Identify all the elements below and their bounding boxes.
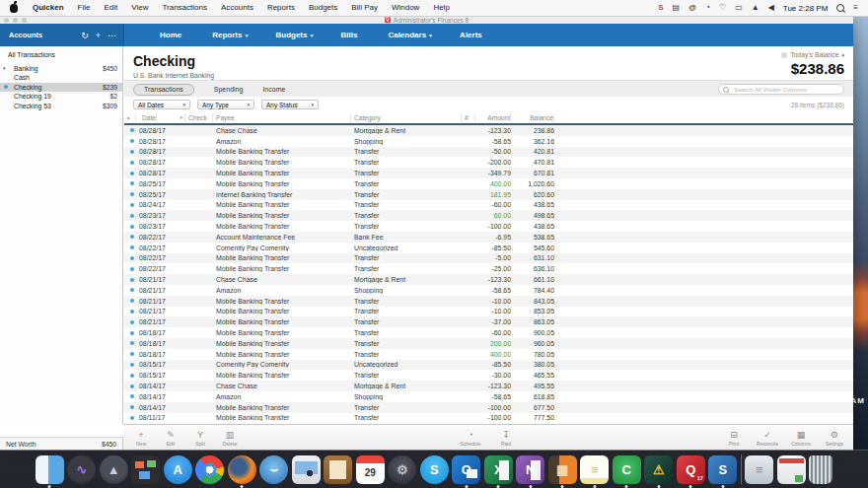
window-status-icon[interactable]: ▤	[672, 0, 680, 16]
mission-control-icon[interactable]	[131, 455, 160, 484]
finder-icon[interactable]	[36, 455, 64, 484]
table-row[interactable]: 08/23/17 Mobile Banking Transfer Transfe…	[124, 221, 853, 232]
disclosure-arrow-icon[interactable]: ▾	[3, 64, 6, 74]
volume-icon[interactable]: ◀	[768, 0, 774, 16]
calendar-icon[interactable]: 29	[356, 455, 385, 484]
table-row[interactable]: 08/14/17 Mobile Banking Transfer Transfe…	[124, 402, 853, 413]
tab-bills[interactable]: Bills	[327, 31, 375, 39]
search-input[interactable]	[732, 85, 839, 94]
date-filter[interactable]: All Dates▾	[133, 100, 190, 109]
split-button[interactable]: YSplit	[187, 430, 213, 447]
menu-view[interactable]: View	[124, 0, 155, 16]
status-s-icon[interactable]: S	[658, 0, 663, 16]
contacts-icon[interactable]	[324, 455, 352, 484]
table-row[interactable]: 08/23/17 Mobile Banking Transfer Transfe…	[124, 210, 853, 221]
new-button[interactable]: +New	[128, 430, 154, 447]
schedule-button[interactable]: ◔Schedule	[458, 430, 483, 447]
table-row[interactable]: 08/14/17 Amazon Shopping -58.65 618.85	[124, 391, 853, 402]
col-attachment[interactable]: #	[462, 113, 475, 122]
col-check[interactable]: Check #	[185, 113, 213, 122]
skype-icon[interactable]: S	[420, 455, 449, 484]
blue-s-app-icon[interactable]: S	[708, 455, 737, 484]
add-account-icon[interactable]: +	[96, 31, 101, 40]
table-row[interactable]: 08/28/17 Mobile Banking Transfer Transfe…	[124, 157, 853, 168]
firefox-icon[interactable]	[228, 455, 256, 484]
health-heart-icon[interactable]: ♡	[719, 0, 726, 16]
table-row[interactable]: 08/21/17 Mobile Banking Transfer Transfe…	[124, 307, 853, 317]
table-row[interactable]: 08/22/17 Mobile Banking Transfer Transfe…	[124, 253, 853, 264]
more-options-icon[interactable]: ⋯	[108, 31, 116, 40]
menu-transactions[interactable]: Transactions	[155, 0, 214, 16]
outlook-icon[interactable]: O	[452, 455, 480, 484]
settings-button[interactable]: ⚙Settings	[822, 430, 847, 447]
app-alert-icon[interactable]: ⚠	[644, 455, 673, 484]
sidebar-item-checking-19[interactable]: Checking 19 $2	[0, 92, 122, 102]
display-icon[interactable]: ▭	[735, 0, 743, 16]
table-row[interactable]: 08/21/17 Amazon Shopping -58.65 784.40	[124, 285, 853, 296]
spreadsheet-file-icon[interactable]	[777, 455, 806, 484]
table-row[interactable]: 08/15/17 Mobile Banking Transfer Transfe…	[124, 370, 853, 381]
tab-reports[interactable]: Reports▾	[198, 31, 261, 39]
table-row[interactable]: 08/15/17 Comenity Pay Comenity Uncategor…	[124, 360, 853, 371]
tab-transactions[interactable]: Transactions	[133, 84, 194, 96]
quicken-dock-icon[interactable]: Q 17	[677, 455, 705, 484]
menu-edit[interactable]: Edit	[97, 0, 124, 16]
table-row[interactable]: 08/28/17 Mobile Banking Transfer Transfe…	[124, 168, 853, 178]
sidebar-item-checking[interactable]: Checking $239	[0, 83, 122, 93]
eject-icon[interactable]: ▲	[752, 0, 760, 16]
launchpad-icon[interactable]: ▲	[100, 455, 128, 484]
col-date[interactable]: Date▾	[136, 113, 185, 122]
columns-button[interactable]: ▦Columns	[788, 430, 814, 447]
search-field[interactable]	[718, 84, 844, 95]
app-store-icon[interactable]: A	[164, 455, 192, 484]
table-row[interactable]: 08/21/17 Chase Chase Mortgage & Rent -12…	[124, 274, 853, 285]
tab-alerts[interactable]: Alerts	[446, 31, 499, 39]
col-balance[interactable]: Balance	[511, 113, 554, 122]
table-row[interactable]: 08/24/17 Mobile Banking Transfer Transfe…	[124, 200, 853, 211]
status-filter[interactable]: Any Status▾	[261, 100, 319, 109]
menu-help[interactable]: Help	[426, 0, 456, 16]
table-row[interactable]: 08/25/17 Internet Banking Transfer Trans…	[124, 189, 853, 200]
siri-icon[interactable]: ∿	[67, 455, 96, 484]
preview-icon[interactable]	[292, 455, 321, 484]
sidebar-item-cash[interactable]: Cash	[0, 73, 122, 83]
table-row[interactable]: 08/28/17 Amazon Shopping -58.65 362.16	[124, 136, 853, 147]
documents-stack-icon[interactable]: ≡	[745, 455, 773, 484]
tab-home[interactable]: Home	[146, 31, 198, 39]
dock-separator[interactable]	[741, 454, 742, 484]
edit-button[interactable]: ✎Edit	[158, 430, 183, 447]
table-row[interactable]: 08/21/17 Mobile Banking Transfer Transfe…	[124, 296, 853, 307]
table-row[interactable]: 08/22/17 Mobile Banking Transfer Transfe…	[124, 263, 853, 274]
table-row[interactable]: 08/14/17 Chase Chase Mortgage & Rent -12…	[124, 381, 853, 391]
print-button[interactable]: ⊟Print	[721, 430, 747, 447]
menu-bill-pay[interactable]: Bill Pay	[344, 0, 385, 16]
col-amount[interactable]: Amount	[475, 113, 511, 122]
table-row[interactable]: 08/11/17 Mobile Banking Transfer Transfe…	[124, 413, 853, 424]
table-row[interactable]: 08/25/17 Mobile Banking Transfer Transfe…	[124, 178, 853, 189]
table-row[interactable]: 08/18/17 Mobile Banking Transfer Transfe…	[124, 327, 853, 338]
time-machine-icon[interactable]: ◔	[705, 0, 710, 16]
col-payee[interactable]: Payee	[213, 113, 351, 122]
trash-icon[interactable]	[809, 455, 832, 484]
table-row[interactable]: 08/21/17 Mobile Banking Transfer Transfe…	[124, 316, 853, 327]
table-row[interactable]: 08/18/17 Mobile Banking Transfer Transfe…	[124, 338, 853, 349]
delete-button[interactable]: ▥Delete	[217, 430, 243, 447]
menu-window[interactable]: Window	[385, 0, 426, 16]
excel-icon[interactable]: X	[484, 455, 513, 484]
system-preferences-icon[interactable]: ⚙	[388, 455, 416, 484]
menu-file[interactable]: File	[71, 0, 98, 16]
spotlight-icon[interactable]	[836, 4, 844, 12]
reconcile-button[interactable]: ✓Reconcile	[755, 430, 780, 447]
table-row[interactable]: 08/22/17 Comenity Pay Comenity Uncategor…	[124, 243, 853, 253]
camtasia-icon[interactable]: C	[613, 455, 641, 484]
col-status[interactable]: •	[124, 113, 136, 122]
notes-icon[interactable]: ≡	[580, 455, 609, 484]
chrome-icon[interactable]	[195, 455, 224, 484]
paid-button[interactable]: ↧Paid	[493, 430, 519, 447]
sidebar-item-checking-53[interactable]: Checking 53 $309	[0, 102, 122, 111]
col-category[interactable]: Category	[351, 113, 462, 122]
openoffice-icon[interactable]: ⌣	[259, 455, 288, 484]
menu-quicken[interactable]: Quicken	[26, 0, 71, 16]
tab-budgets[interactable]: Budgets▾	[261, 31, 326, 39]
notification-center-icon[interactable]: ≡	[853, 0, 858, 16]
